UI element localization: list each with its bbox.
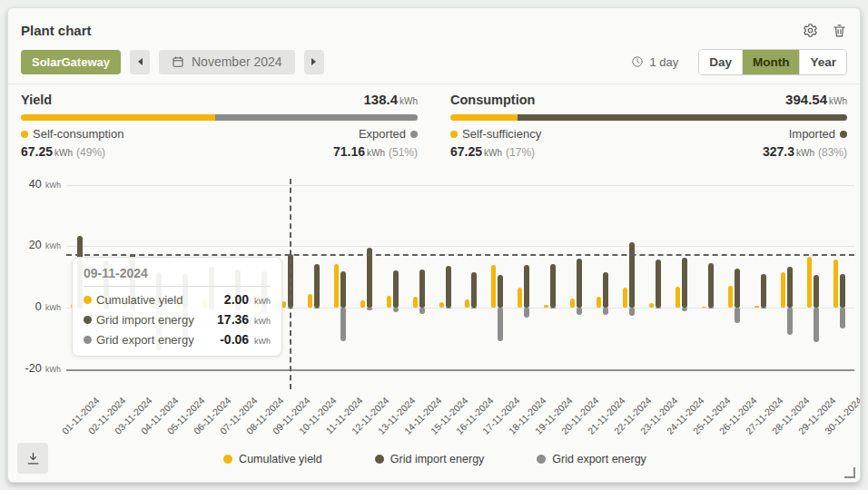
bar-import[interactable] — [498, 275, 503, 308]
bar-yield[interactable] — [544, 305, 548, 308]
consumption-summary: Consumption 394.54kWh Self-sufficiency I… — [450, 92, 847, 159]
download-button[interactable] — [17, 443, 48, 474]
view-day-button[interactable]: Day — [699, 50, 742, 74]
bar-import[interactable] — [787, 267, 793, 308]
bar-export[interactable] — [498, 308, 503, 341]
bar-yield[interactable] — [308, 294, 312, 308]
bar-export[interactable] — [550, 308, 556, 309]
bar-yield[interactable] — [623, 288, 627, 308]
bar-import[interactable] — [340, 271, 346, 308]
legend-import-label: Grid import energy — [390, 453, 485, 466]
next-period-button[interactable] — [304, 50, 324, 74]
card-header: Plant chart — [21, 21, 847, 39]
gateway-chip-button[interactable]: SolarGateway — [21, 50, 121, 74]
bar-import[interactable] — [814, 275, 819, 308]
legend-grid-export[interactable]: Grid export energy — [537, 453, 646, 466]
bar-import[interactable] — [735, 269, 740, 308]
bar-yield[interactable] — [833, 260, 838, 308]
bar-import[interactable] — [682, 258, 687, 308]
toolbar-divider — [8, 83, 860, 84]
chevron-right-icon — [311, 57, 318, 66]
bar-export[interactable] — [471, 308, 477, 309]
bar-yield[interactable] — [649, 303, 654, 308]
bar-yield[interactable] — [781, 272, 785, 308]
bar-export[interactable] — [393, 308, 399, 312]
bar-export[interactable] — [682, 308, 687, 311]
bar-export[interactable] — [656, 308, 661, 309]
bar-export[interactable] — [577, 308, 582, 315]
settings-gear-icon[interactable] — [802, 22, 818, 38]
date-picker-button[interactable]: November 2024 — [159, 50, 295, 74]
view-year-button[interactable]: Year — [799, 50, 846, 74]
clock-icon — [631, 55, 644, 68]
tooltip-row-export: Grid export energy -0.06 kWh — [84, 332, 271, 347]
yield-dot-icon — [84, 296, 92, 304]
bar-import[interactable] — [419, 270, 425, 308]
gridline — [66, 369, 854, 371]
bar-yield[interactable] — [387, 296, 391, 308]
bar-import[interactable] — [393, 270, 399, 308]
bar-yield[interactable] — [413, 297, 418, 308]
bar-import[interactable] — [314, 264, 320, 308]
bar-yield[interactable] — [570, 299, 575, 308]
yield-summary: Yield 138.4kWh Self-consumption Exported… — [21, 92, 418, 159]
bar-import[interactable] — [577, 259, 582, 308]
bar-yield[interactable] — [597, 297, 601, 308]
bar-export[interactable] — [419, 308, 425, 314]
bar-export[interactable] — [340, 308, 346, 341]
exported-dot-icon — [410, 131, 418, 138]
y-axis-tick: -20 kWh — [14, 362, 61, 375]
bar-yield[interactable] — [360, 300, 365, 308]
view-month-button[interactable]: Month — [742, 50, 799, 74]
bar-import[interactable] — [603, 272, 608, 308]
bar-export[interactable] — [629, 308, 635, 316]
bar-export[interactable] — [735, 308, 740, 323]
bar-yield[interactable] — [807, 257, 812, 308]
bar-export[interactable] — [814, 308, 819, 342]
bar-export[interactable] — [787, 308, 793, 335]
bar-yield[interactable] — [518, 288, 522, 308]
bar-import[interactable] — [656, 260, 661, 308]
chart-legend: Cumulative yield Grid import energy Grid… — [8, 453, 861, 466]
resize-handle[interactable] — [844, 467, 855, 478]
legend-grid-import[interactable]: Grid import energy — [375, 453, 485, 466]
bar-import[interactable] — [471, 272, 477, 308]
interval-label: 1 day — [649, 55, 678, 69]
bar-yield[interactable] — [334, 264, 339, 308]
bar-export[interactable] — [840, 308, 845, 328]
tooltip-row-import: Grid import energy 17.36 kWh — [84, 312, 271, 327]
bar-yield[interactable] — [728, 286, 733, 308]
bar-import[interactable] — [446, 266, 451, 308]
gridline — [66, 185, 854, 186]
bar-import[interactable] — [761, 274, 766, 308]
bar-import[interactable] — [524, 265, 529, 308]
chevron-left-icon — [136, 57, 143, 66]
crosshair-vertical — [290, 179, 291, 389]
bar-yield[interactable] — [755, 306, 759, 308]
calendar-icon — [172, 55, 184, 68]
bar-yield[interactable] — [676, 287, 680, 308]
delete-trash-icon[interactable] — [831, 22, 847, 38]
bar-yield[interactable] — [491, 265, 496, 308]
bar-import[interactable] — [550, 264, 556, 308]
bar-yield[interactable] — [439, 302, 444, 308]
bar-import[interactable] — [629, 242, 635, 308]
consumption-total: 394.54kWh — [785, 92, 847, 107]
bar-export[interactable] — [367, 308, 372, 310]
tooltip-export-label: Grid export energy — [96, 333, 194, 347]
bar-export[interactable] — [446, 308, 451, 309]
bar-yield[interactable] — [465, 299, 469, 308]
bar-export[interactable] — [603, 308, 608, 315]
prev-period-button[interactable] — [130, 50, 150, 74]
bar-export[interactable] — [524, 308, 529, 318]
chart-plot[interactable]: 40 kWh20 kWh0 kWh-20 kWh01-11-202402-11-… — [8, 173, 861, 446]
bar-import[interactable] — [840, 274, 845, 308]
yield-progress-bar — [21, 114, 418, 121]
chart-tooltip: 09-11-2024 Cumulative yield 2.00 kWh Gri… — [72, 257, 282, 357]
tooltip-yield-label: Cumulative yield — [96, 293, 182, 307]
bar-import[interactable] — [708, 263, 714, 308]
bar-import[interactable] — [367, 248, 372, 308]
self-consumption-label: Self-consumption — [33, 127, 123, 141]
legend-cumulative-yield[interactable]: Cumulative yield — [223, 453, 322, 466]
tooltip-yield-value: 2.00 kWh — [224, 292, 271, 307]
